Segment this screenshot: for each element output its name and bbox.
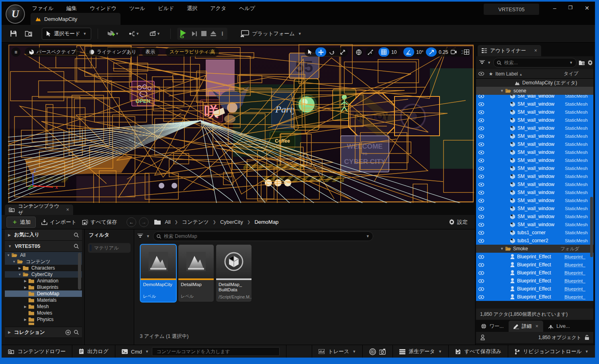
visibility-eye-icon[interactable] — [476, 151, 487, 154]
insights-buttons[interactable] — [363, 345, 393, 358]
asset-search-input[interactable] — [163, 233, 364, 239]
outliner-actor-row[interactable]: SM_wall_windowStaticMesh — [476, 188, 593, 196]
visibility-eye-icon[interactable] — [476, 231, 487, 235]
stop-button[interactable] — [201, 31, 206, 36]
visibility-eye-icon[interactable] — [476, 119, 487, 122]
outliner-actor-row[interactable]: SM_wall_windowStaticMesh — [476, 196, 593, 204]
visibility-eye-icon[interactable] — [476, 95, 487, 98]
outliner-actor-row[interactable]: SM_wall_windowStaticMesh — [476, 156, 593, 164]
tab-close-icon[interactable]: × — [536, 323, 538, 329]
outliner-actor-row[interactable]: SM_wall_windowStaticMesh — [476, 164, 593, 172]
breadcrumb-item[interactable]: DemoMap — [254, 219, 278, 225]
tree-item-All[interactable]: ▼All — [5, 252, 82, 258]
menu-編集[interactable]: 編集 — [65, 4, 78, 13]
outliner-actor-row[interactable]: tubs1_corner2StaticMesh — [476, 237, 593, 245]
unlock-icon[interactable] — [585, 335, 589, 340]
visibility-eye-icon[interactable] — [476, 102, 487, 106]
outliner-actor-row[interactable]: Blueprint_EffectBlueprint_ — [476, 253, 593, 261]
collections-section[interactable]: ▶ コレクション — [5, 327, 82, 338]
outliner-filter-icon[interactable] — [479, 60, 485, 65]
outliner-tab-close-icon[interactable]: × — [534, 48, 537, 53]
frame-skip-button[interactable] — [192, 31, 197, 37]
visibility-eye-icon[interactable] — [476, 191, 487, 194]
outliner-actor-row[interactable]: SM_wall_windowStaticMesh — [476, 108, 593, 116]
visibility-eye-icon[interactable] — [476, 175, 487, 178]
revision-control-button[interactable]: リビジョンコントロール▼ — [508, 345, 595, 358]
outliner-actor-row[interactable]: SM_wall_windowStaticMesh — [476, 180, 593, 188]
save-all-button[interactable]: すべて保存 — [82, 219, 117, 226]
tree-item-Movies[interactable]: Movies — [5, 310, 82, 316]
tree-item-Materials[interactable]: Materials — [5, 297, 82, 303]
scale-tool-icon[interactable] — [337, 47, 348, 57]
new-folder-icon[interactable] — [579, 60, 585, 65]
derived-data-button[interactable]: 派生データ▼ — [393, 345, 449, 358]
pinned-column-icon[interactable]: ★ — [487, 71, 495, 77]
minimize-button[interactable]: – — [553, 5, 556, 11]
visibility-eye-icon[interactable] — [476, 223, 487, 227]
outliner-actor-row[interactable]: SM_wall_windowStaticMesh — [476, 100, 593, 108]
console-input-wrap[interactable] — [152, 347, 280, 356]
viewport[interactable]: 咲PartyCoffeeOPEN55NO TOYWELCOMETOCYBER C… — [8, 44, 474, 203]
play-options-kebab-icon[interactable]: ⋮ — [220, 31, 225, 37]
outliner-actor-row[interactable]: SM_wall_windowStaticMesh — [476, 116, 593, 124]
visibility-eye-icon[interactable] — [476, 207, 487, 211]
visibility-eye-icon[interactable] — [476, 215, 487, 219]
world-local-icon[interactable] — [354, 47, 363, 57]
filter-pill-material[interactable]: マテリアル — [88, 243, 131, 253]
visibility-eye-icon[interactable] — [476, 271, 487, 275]
outliner-search[interactable]: ▼ — [493, 58, 577, 67]
platforms-button[interactable]: プラットフォーム ▼ — [240, 30, 302, 37]
import-button[interactable]: インポート — [41, 219, 76, 226]
content-drawer-button[interactable]: コンテンツドロワー — [2, 345, 72, 358]
asset-card-DemoMapCity[interactable]: DemoMapCityレベル — [141, 245, 176, 302]
outliner-actor-row[interactable]: SM_wall_windowStaticMesh — [476, 213, 593, 221]
close-button[interactable]: ✕ — [585, 5, 589, 11]
trace-button[interactable]: トレース▼ — [312, 345, 363, 358]
search-icon[interactable] — [74, 244, 79, 249]
outliner-filter-chevron-icon[interactable]: ▼ — [487, 61, 491, 65]
outliner-actor-row[interactable]: Blueprint_EffectBlueprint_ — [476, 261, 593, 269]
save-button[interactable] — [7, 28, 19, 40]
grid-snap-control[interactable]: 10 — [378, 47, 400, 57]
visibility-eye-icon[interactable] — [476, 135, 487, 138]
tree-scrollbar[interactable] — [78, 253, 81, 290]
tree-item-Characters[interactable]: ▶Characters — [5, 265, 82, 271]
add-actor-button[interactable]: ▼ — [104, 28, 122, 40]
outliner-scene-row[interactable]: ▼ scene — [476, 87, 593, 95]
visibility-eye-icon[interactable] — [476, 167, 487, 170]
asset-filter-chevron-icon[interactable]: ▼ — [146, 234, 150, 238]
breadcrumb-item[interactable]: CyberCity — [220, 219, 243, 225]
menu-アクタ[interactable]: アクタ — [209, 4, 227, 13]
tree-item-Blueprints[interactable]: ▶Blueprints — [5, 284, 82, 290]
visibility-eye-icon[interactable] — [476, 183, 487, 186]
breadcrumb-item[interactable]: All — [165, 219, 170, 225]
outliner-actor-row[interactable]: Blueprint_EffectBlueprint_ — [476, 285, 593, 293]
cinematics-button[interactable]: ▼ — [146, 28, 164, 40]
project-section[interactable]: ▼ VRTEST05 — [5, 241, 82, 252]
scale-snap-control[interactable]: 0.25 — [426, 47, 452, 57]
breadcrumb-item[interactable]: コンテンツ — [182, 219, 209, 226]
content-browser-settings-button[interactable]: 設定 — [449, 219, 475, 226]
perspective-dropdown[interactable]: パースペクティブ — [25, 47, 80, 57]
eject-button[interactable] — [211, 31, 216, 36]
visibility-eye-icon[interactable] — [476, 239, 487, 243]
outliner-actor-row[interactable]: SM_wall_windowStaticMesh — [476, 221, 593, 229]
outliner-actor-row[interactable]: SM_wall_windowStaticMesh — [476, 148, 593, 156]
output-log-button[interactable]: 出力ログ — [72, 345, 115, 358]
outliner-tab[interactable]: アウトライナー × — [478, 45, 541, 56]
surface-snap-icon[interactable] — [366, 47, 375, 57]
move-tool-icon[interactable] — [315, 47, 326, 57]
asset-card-DetailMap[interactable]: DetailMapレベル — [178, 245, 214, 302]
outliner-actor-row[interactable]: Blueprint_EffectBlueprint_ — [476, 269, 593, 277]
menu-選択[interactable]: 選択 — [186, 4, 198, 13]
visibility-eye-icon[interactable] — [476, 143, 487, 146]
outliner-actor-row[interactable]: SM_wall_windowStaticMesh — [476, 124, 593, 132]
cmd-dropdown[interactable]: Cmd — [131, 349, 142, 355]
add-collection-icon[interactable] — [65, 330, 71, 335]
scalability-badge[interactable]: スケーラビリティ:高 — [166, 47, 219, 57]
select-tool-icon[interactable] — [305, 47, 315, 57]
visibility-eye-icon[interactable] — [476, 127, 487, 130]
menu-ファイル[interactable]: ファイル — [31, 4, 54, 13]
favorites-section[interactable]: ▶ お気に入り — [5, 229, 82, 241]
item-label-column-header[interactable]: Item Label ▲ — [495, 71, 564, 77]
